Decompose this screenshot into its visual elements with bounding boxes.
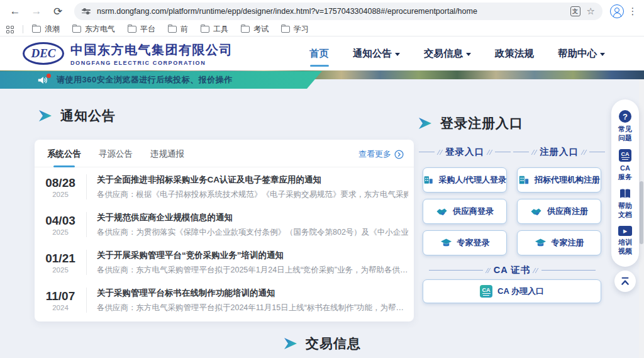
ca-apply-button[interactable]: CA CA 办理入口 xyxy=(423,279,601,303)
section-arrow-icon xyxy=(284,338,297,349)
button-label: 招标代理机构注册 xyxy=(535,174,600,186)
divider xyxy=(86,250,87,275)
notice-row[interactable]: 04/03 2025 关于规范供应商企业规模信息的通知 各供应商：为贯彻落实《保… xyxy=(35,206,414,243)
notice-title: 关于采购管理平台标书在线制作功能培训的通知 xyxy=(97,288,404,299)
bookmark-star-icon[interactable]: ☆ xyxy=(587,6,595,17)
scrollbar-track[interactable] xyxy=(639,79,644,358)
bookmark-folder[interactable]: 平台 xyxy=(128,24,155,35)
bookmark-folder[interactable]: 东方电气 xyxy=(72,24,115,35)
bidding-agency-register-button[interactable]: 招标代理机构注册 xyxy=(517,167,601,193)
graduation-cap-icon xyxy=(535,237,547,249)
profile-icon[interactable] xyxy=(610,4,624,18)
faq-item[interactable]: ? 常见问题 xyxy=(618,110,633,143)
divider xyxy=(86,288,87,313)
section-arrow-icon xyxy=(419,118,431,129)
forward-icon[interactable]: → xyxy=(28,3,45,20)
site-settings-icon[interactable] xyxy=(82,9,91,13)
notice-date: 04/03 2025 xyxy=(41,214,80,236)
bookmark-label: 学习 xyxy=(294,24,309,35)
announcement-ticker: 请使用360安全浏览器进行后续投标、报价操作 xyxy=(0,71,322,89)
nav-home[interactable]: 首页 xyxy=(309,43,329,64)
view-more-label: 查看更多 xyxy=(358,148,391,160)
nav-policies[interactable]: 政策法规 xyxy=(495,43,534,64)
decorative-line xyxy=(589,152,605,152)
nav-help-center[interactable]: 帮助中心 xyxy=(558,43,605,64)
divider xyxy=(86,174,87,199)
help-docs-item[interactable]: 帮助文档 xyxy=(618,188,633,220)
url-text[interactable]: nsrm.dongfang.com/platform/runtime/epp/d… xyxy=(97,7,564,16)
menu-label: 常见问题 xyxy=(618,125,633,143)
translate-icon[interactable]: 文 xyxy=(570,6,580,16)
training-videos-item[interactable]: ▶ 培训视频 xyxy=(618,226,633,256)
decorative-slashes xyxy=(487,268,490,273)
bookmark-folder[interactable]: 学习 xyxy=(281,24,309,35)
floating-side-menu: ? 常见问题 CA CA服务 帮助文档 ▶ 培训视频 xyxy=(611,99,639,267)
back-to-top-button[interactable] xyxy=(614,271,636,292)
bookmark-folder[interactable]: 考试 xyxy=(241,24,269,35)
group-label: CA 证书 xyxy=(494,264,530,276)
ca-glyph: CA xyxy=(482,288,491,294)
nav-label: 帮助中心 xyxy=(558,47,597,60)
bookmark-label: 工具 xyxy=(213,24,228,35)
bookmark-folder[interactable]: 浪潮 xyxy=(32,24,60,35)
notice-date-year: 2024 xyxy=(41,304,80,311)
notice-date-year: 2025 xyxy=(41,266,80,274)
decorative-slashes xyxy=(533,150,536,155)
nav-notices[interactable]: 通知公告 xyxy=(353,43,400,64)
circle-chevron-right-icon xyxy=(394,150,404,159)
bookmark-folder[interactable]: 工具 xyxy=(201,24,228,35)
purchaser-agent-login-button[interactable]: 采购人/代理人登录 xyxy=(423,167,507,193)
ca-group-header: CA 证书 xyxy=(423,264,601,276)
question-icon: ? xyxy=(619,110,631,123)
register-group-header: 注册入口 xyxy=(513,146,605,158)
notice-title: 关于全面推进非招标采购业务CA认证及电子签章应用的通知 xyxy=(97,174,408,186)
supplier-login-button[interactable]: 供应商登录 xyxy=(423,199,507,224)
tab-sourcing-notices[interactable]: 寻源公告 xyxy=(99,148,133,167)
folder-icon xyxy=(128,26,136,33)
bookmark-label: 东方电气 xyxy=(85,24,115,35)
decorative-line xyxy=(513,152,529,152)
login-group-header: 登录入口 xyxy=(419,146,511,158)
back-icon[interactable]: ← xyxy=(6,3,24,20)
company-logo[interactable]: DEC 中国东方电气集团有限公司 DONGFANG ELECTRIC CORPO… xyxy=(23,42,233,66)
supplier-register-button[interactable]: 供应商注册 xyxy=(517,199,601,224)
decorative-slashes xyxy=(438,150,441,155)
scrollbar-thumb[interactable] xyxy=(640,181,643,244)
button-label: 供应商登录 xyxy=(453,206,494,217)
expert-register-button[interactable]: 专家注册 xyxy=(517,230,601,255)
notice-tabs: 系统公告 寻源公告 违规通报 查看更多 xyxy=(35,140,414,167)
browser-menu-icon[interactable]: ⋮ xyxy=(628,6,638,17)
bookmark-folder[interactable]: 前 xyxy=(168,24,188,35)
notice-section-header: 通知公告 xyxy=(39,107,116,125)
address-bar[interactable]: nsrm.dongfang.com/platform/runtime/epp/d… xyxy=(74,3,602,20)
apps-grid-icon[interactable] xyxy=(6,26,14,33)
notice-row[interactable]: 08/28 2025 关于全面推进非招标采购业务CA认证及电子签章应用的通知 各… xyxy=(35,169,414,205)
site-header: DEC 中国东方电气集团有限公司 DONGFANG ELECTRIC CORPO… xyxy=(0,36,644,70)
notice-row[interactable]: 01/21 2025 关于开展采购管理平台“竞价采购业务”培训的通知 各供应商：… xyxy=(35,244,414,281)
notice-date: 08/28 2025 xyxy=(41,176,80,198)
notice-card: 系统公告 寻源公告 违规通报 查看更多 08/28 2025 关于全面推进非招标… xyxy=(35,140,414,322)
notice-date-year: 2025 xyxy=(41,191,80,198)
notice-date-md: 11/07 xyxy=(41,289,80,303)
view-more-link[interactable]: 查看更多 xyxy=(358,148,404,167)
chevron-down-icon xyxy=(600,53,605,56)
tab-violation-reports[interactable]: 违规通报 xyxy=(150,148,184,167)
menu-label: CA服务 xyxy=(618,164,633,182)
video-icon: ▶ xyxy=(618,226,632,236)
button-label: 专家登录 xyxy=(457,237,490,249)
speaker-icon xyxy=(38,76,48,85)
button-label: 供应商注册 xyxy=(547,206,588,217)
group-label: 登录入口 xyxy=(445,146,484,158)
reload-icon[interactable]: ⟳ xyxy=(49,3,67,20)
ca-service-item[interactable]: CA CA服务 xyxy=(618,149,633,182)
notice-row[interactable]: 11/07 2024 关于采购管理平台标书在线制作功能培训的通知 各供应商：东方… xyxy=(35,282,414,318)
notice-date: 01/21 2025 xyxy=(41,252,80,274)
chevron-down-icon xyxy=(466,53,471,56)
nav-label: 政策法规 xyxy=(495,47,534,60)
main-nav: 首页 通知公告 交易信息 政策法规 帮助中心 xyxy=(309,43,605,64)
dec-logo-icon: DEC xyxy=(23,42,64,65)
expert-login-button[interactable]: 专家登录 xyxy=(423,230,507,255)
nav-label: 交易信息 xyxy=(424,47,463,60)
tab-system-notices[interactable]: 系统公告 xyxy=(47,148,81,167)
nav-trade-info[interactable]: 交易信息 xyxy=(424,43,471,64)
